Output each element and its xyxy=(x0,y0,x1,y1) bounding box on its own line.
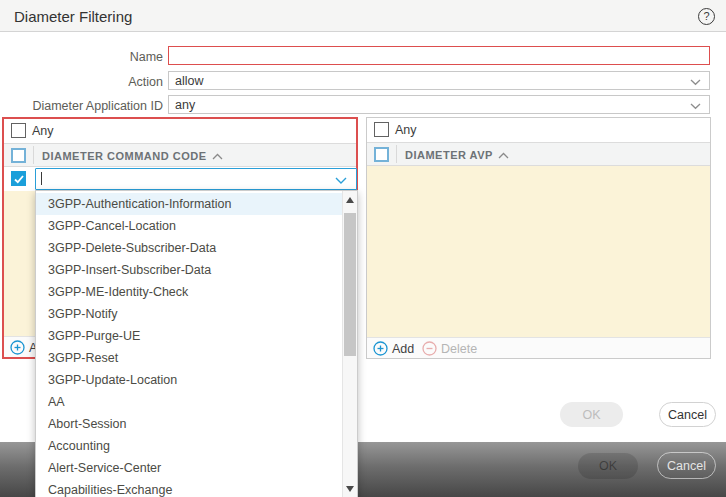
command-code-header-row: DIAMETER COMMAND CODE xyxy=(4,143,356,167)
avp-add-button[interactable]: Add xyxy=(373,341,414,356)
dropdown-item[interactable]: 3GPP-Notify xyxy=(36,303,342,325)
avp-panel: Any DIAMETER AVP Add xyxy=(366,117,711,359)
dropdown-item[interactable]: 3GPP-Update-Location xyxy=(36,369,342,391)
dropdown-item[interactable]: Capabilities-Exchange xyxy=(36,479,342,497)
avp-column-header[interactable]: DIAMETER AVP xyxy=(405,149,504,161)
help-icon[interactable]: ? xyxy=(698,8,715,25)
command-code-select-all-checkbox[interactable] xyxy=(11,148,26,163)
delete-icon xyxy=(422,341,437,356)
background-cancel-button: Cancel xyxy=(657,452,716,479)
action-select[interactable]: allow xyxy=(168,71,710,90)
dropdown-item[interactable]: Alert-Service-Center xyxy=(36,457,342,479)
dialog-titlebar: Diameter Filtering ? xyxy=(0,0,726,32)
command-code-any-label: Any xyxy=(32,124,54,138)
diameter-filtering-dialog: Diameter Filtering ? Name Action allow D… xyxy=(0,0,726,497)
chevron-down-icon xyxy=(690,103,701,110)
avp-any-checkbox[interactable] xyxy=(374,122,389,137)
action-select-value: allow xyxy=(175,74,204,88)
delete-button-label: Delete xyxy=(441,342,477,356)
command-code-row-checkbox[interactable] xyxy=(11,171,26,186)
cancel-button[interactable]: Cancel xyxy=(659,402,716,427)
chevron-down-icon xyxy=(690,79,701,86)
dropdown-item[interactable]: Abort-Session xyxy=(36,413,342,435)
sort-asc-icon xyxy=(498,152,509,159)
command-code-column-label: DIAMETER COMMAND CODE xyxy=(42,150,207,162)
avp-list-area xyxy=(367,166,710,337)
text-cursor xyxy=(41,172,42,185)
dropdown-item[interactable]: AA xyxy=(36,391,342,413)
app-id-select[interactable]: any xyxy=(168,95,710,114)
header-separator xyxy=(33,146,34,164)
scrollbar-up-arrow-icon[interactable] xyxy=(346,197,354,203)
add-icon xyxy=(10,340,25,355)
dropdown-list: 3GPP-Authentication-Information3GPP-Canc… xyxy=(36,191,342,497)
dropdown-item[interactable]: 3GPP-Cancel-Location xyxy=(36,215,342,237)
avp-any-row: Any xyxy=(367,118,710,142)
app-id-select-value: any xyxy=(175,98,195,112)
name-input[interactable] xyxy=(168,46,710,65)
add-icon xyxy=(373,341,388,356)
dropdown-item[interactable]: 3GPP-Authentication-Information xyxy=(36,193,342,215)
avp-select-all-checkbox[interactable] xyxy=(374,147,389,162)
chevron-down-icon[interactable] xyxy=(335,177,347,185)
command-code-any-row: Any xyxy=(4,119,356,143)
dropdown-item[interactable]: 3GPP-Purge-UE xyxy=(36,325,342,347)
avp-footer: Add Delete xyxy=(367,337,710,358)
add-button-label: Add xyxy=(392,342,414,356)
dropdown-item[interactable]: 3GPP-Delete-Subscriber-Data xyxy=(36,237,342,259)
avp-any-label: Any xyxy=(395,123,417,137)
name-label: Name xyxy=(0,50,163,64)
action-label: Action xyxy=(0,75,163,89)
dropdown-item[interactable]: Accounting xyxy=(36,435,342,457)
app-id-label: Diameter Application ID xyxy=(0,99,163,113)
header-separator xyxy=(396,145,397,163)
scrollbar-thumb[interactable] xyxy=(344,213,356,356)
dropdown-item[interactable]: 3GPP-ME-Identity-Check xyxy=(36,281,342,303)
dropdown-item[interactable]: 3GPP-Insert-Subscriber-Data xyxy=(36,259,342,281)
background-ok-button: OK xyxy=(578,453,638,479)
avp-header-row: DIAMETER AVP xyxy=(367,142,710,166)
sort-asc-icon xyxy=(212,153,223,160)
scrollbar-down-arrow-icon[interactable] xyxy=(346,486,354,492)
command-code-any-checkbox[interactable] xyxy=(11,123,26,138)
command-code-combobox[interactable] xyxy=(35,168,357,190)
dialog-title: Diameter Filtering xyxy=(14,8,132,25)
ok-button[interactable]: OK xyxy=(560,402,623,427)
command-code-dropdown: 3GPP-Authentication-Information3GPP-Canc… xyxy=(35,190,358,497)
dropdown-item[interactable]: 3GPP-Reset xyxy=(36,347,342,369)
dropdown-scrollbar[interactable] xyxy=(342,191,357,497)
check-icon xyxy=(13,173,25,185)
command-code-column-header[interactable]: DIAMETER COMMAND CODE xyxy=(42,150,218,162)
command-code-entry-row xyxy=(4,167,356,191)
avp-delete-button[interactable]: Delete xyxy=(422,341,477,356)
avp-column-label: DIAMETER AVP xyxy=(405,149,493,161)
